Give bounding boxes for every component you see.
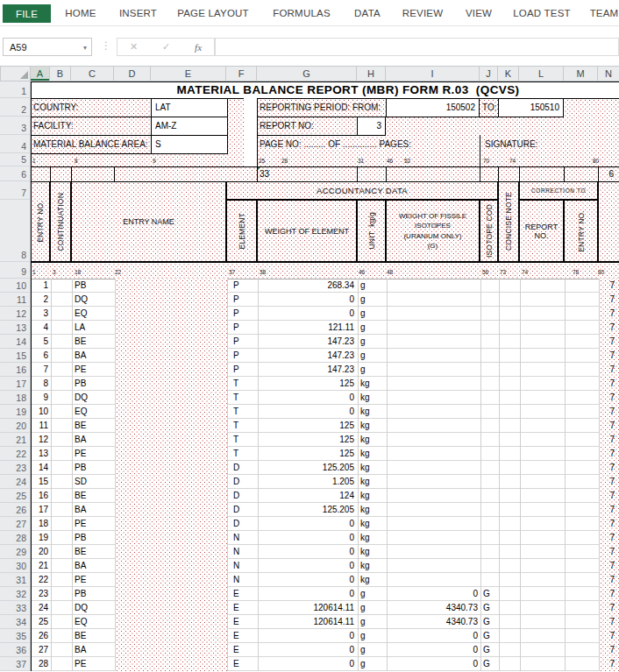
cell-entry-no[interactable]: 15 [32, 475, 51, 489]
cell-entry-no[interactable]: 10 [32, 405, 51, 419]
cell-fissile-weight[interactable] [387, 349, 480, 363]
row-header[interactable]: 29 [0, 545, 31, 559]
column-header[interactable]: B [50, 66, 71, 81]
cell-right-margin[interactable]: 7 [599, 293, 619, 307]
cell-right-margin[interactable]: 7 [599, 489, 619, 503]
cell-element[interactable]: P [227, 349, 258, 363]
ribbon-tab[interactable]: DATA [345, 0, 389, 26]
facility-label[interactable]: FACILITY: [31, 117, 151, 135]
ribbon-tab[interactable]: REVIEW [396, 0, 449, 26]
cell-unit[interactable]: g [358, 615, 387, 629]
row-header[interactable]: 26 [0, 503, 31, 517]
cell-entry-no[interactable]: 18 [32, 517, 51, 531]
row-header[interactable]: 9 [0, 262, 31, 279]
header-correction-entry-no[interactable]: ENTRY NO. [564, 200, 598, 262]
cell-element[interactable]: N [227, 545, 258, 559]
cell-right-margin[interactable]: 7 [599, 545, 619, 559]
cell-right-margin[interactable]: 7 [599, 391, 619, 405]
cell-unit[interactable]: kg [358, 447, 387, 461]
cell-unit[interactable]: kg [358, 573, 387, 587]
header-correction-report-no[interactable]: REPORT NO. [519, 200, 564, 262]
cell-fissile-weight[interactable] [387, 461, 480, 475]
cell-weight[interactable]: 268.34 [258, 279, 358, 293]
enter-icon[interactable]: ✓ [162, 41, 170, 53]
cell-weight[interactable]: 0 [258, 657, 358, 671]
cell-entry-no[interactable]: 23 [32, 587, 51, 601]
header-concise-note[interactable]: CONCISE NOTE [498, 181, 519, 262]
cell-right-margin[interactable]: 7 [599, 405, 619, 419]
cell-right-margin[interactable]: 7 [599, 321, 619, 335]
cell-weight[interactable]: 125 [258, 433, 358, 447]
cell-isotope-code[interactable] [480, 461, 499, 475]
cell-fissile-weight[interactable]: 0 [387, 629, 480, 643]
cell-fissile-weight[interactable] [387, 307, 480, 321]
cell-entry-name[interactable]: DQ [72, 391, 115, 405]
cell-unit[interactable]: g [358, 657, 387, 671]
cell-right-margin[interactable]: 7 [599, 349, 619, 363]
cell-isotope-code[interactable] [480, 447, 499, 461]
cell-isotope-code[interactable] [480, 545, 499, 559]
cell-element[interactable]: D [227, 503, 258, 517]
row-header[interactable]: 27 [0, 517, 31, 531]
cell-isotope-code[interactable] [480, 573, 499, 587]
cell-fissile-weight[interactable] [387, 377, 480, 391]
cell-weight[interactable]: 0 [258, 629, 358, 643]
cell-fissile-weight[interactable] [387, 503, 480, 517]
cell-entry-name[interactable]: PB [72, 377, 115, 391]
cell-weight[interactable]: 0 [258, 531, 358, 545]
row-header[interactable]: 17 [0, 377, 31, 391]
header-fissile-isotopes[interactable]: WEIGHT OF FISSILE ISOTOPES (URANIUM ONLY… [386, 200, 480, 262]
cell-entry-no[interactable]: 9 [32, 391, 51, 405]
cell-right-margin[interactable]: 7 [599, 559, 619, 573]
cell-unit[interactable]: g [358, 601, 387, 615]
cell-weight[interactable]: 0 [258, 559, 358, 573]
header-correction-to[interactable]: CORRECTION TO [519, 181, 598, 200]
header-continuation[interactable]: CONTINUATION [50, 181, 71, 262]
cell-unit[interactable]: g [358, 293, 387, 307]
cell-fissile-weight[interactable] [387, 405, 480, 419]
cell-entry-no[interactable]: 24 [32, 601, 51, 615]
cell-right-margin[interactable]: 7 [599, 335, 619, 349]
name-box-dropdown-icon[interactable]: ▾ [83, 44, 87, 52]
row-header[interactable]: 8 [0, 200, 31, 262]
column-header[interactable]: F [226, 66, 257, 81]
cell-unit[interactable]: kg [358, 391, 387, 405]
cell-isotope-code[interactable] [480, 433, 499, 447]
cell-isotope-code[interactable] [480, 405, 499, 419]
cell-isotope-code[interactable]: G [480, 601, 499, 615]
cell-entry-no[interactable]: 21 [32, 559, 51, 573]
row-header[interactable]: 21 [0, 433, 31, 447]
cell-right-margin[interactable]: 7 [599, 475, 619, 489]
cell-element[interactable]: E [227, 643, 258, 657]
cell-right-margin[interactable]: 7 [599, 643, 619, 657]
column-header[interactable]: D [114, 66, 151, 81]
period-to-cell[interactable]: 150510 [498, 98, 564, 117]
cell-isotope-code[interactable] [480, 349, 499, 363]
cell-isotope-code[interactable] [480, 391, 499, 405]
cell-right-margin[interactable]: 7 [599, 629, 619, 643]
page-no-label[interactable]: PAGE NO: ......... OF .............. PAG… [257, 135, 476, 153]
cell-unit[interactable]: kg [358, 489, 387, 503]
cell-weight[interactable]: 147.23 [258, 349, 358, 363]
name-box[interactable]: A59 ▾ [3, 38, 92, 56]
cell-isotope-code[interactable] [480, 279, 499, 293]
cell-element[interactable]: E [227, 657, 258, 671]
header-weight-of-element[interactable]: WEIGHT OF ELEMENT [257, 200, 357, 262]
header-isotope-code[interactable]: ISOTOPE COD [480, 200, 498, 262]
cell-unit[interactable]: g [358, 643, 387, 657]
cell-isotope-code[interactable] [480, 489, 499, 503]
row-header[interactable]: 11 [0, 293, 31, 307]
cell-unit[interactable]: kg [358, 461, 387, 475]
cell-entry-no[interactable]: 27 [32, 643, 51, 657]
cell-isotope-code[interactable] [480, 475, 499, 489]
ribbon-tab[interactable]: VIEW [458, 0, 500, 26]
column-header[interactable]: K [498, 66, 519, 81]
ribbon-tab[interactable]: INSERT [114, 0, 162, 26]
cell-fissile-weight[interactable] [387, 321, 480, 335]
cell-g6[interactable]: 33 [260, 166, 295, 181]
cell-element[interactable]: P [227, 363, 258, 377]
cell-element[interactable]: D [227, 475, 258, 489]
cell-right-margin[interactable]: 7 [599, 433, 619, 447]
row-header[interactable]: 19 [0, 405, 31, 419]
cell-fissile-weight[interactable]: 0 [387, 657, 480, 671]
